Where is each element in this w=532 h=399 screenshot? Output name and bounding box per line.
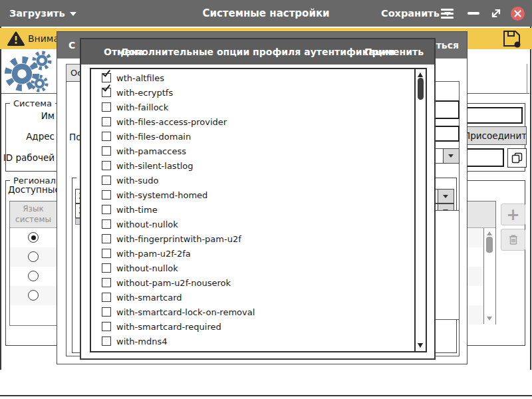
checkbox[interactable] bbox=[102, 293, 111, 302]
option-row[interactable]: with-ecryptfs bbox=[91, 86, 416, 100]
option-label: with-time bbox=[116, 205, 158, 215]
option-label: with-smartcard-lock-on-removal bbox=[116, 307, 255, 317]
scrollbar-thumb[interactable] bbox=[418, 78, 424, 100]
workstation-id-label: ID рабочей bbox=[0, 152, 55, 163]
checkbox[interactable] bbox=[102, 132, 111, 141]
option-label: with-pamaccess bbox=[116, 146, 186, 156]
scroll-down-icon[interactable] bbox=[418, 343, 423, 348]
option-label: with-systemd-homed bbox=[116, 190, 207, 200]
delete-language-button[interactable] bbox=[501, 229, 525, 251]
panel-border bbox=[527, 64, 527, 94]
option-row[interactable]: with-mdns4 bbox=[91, 334, 416, 349]
maximize-icon[interactable] bbox=[489, 7, 503, 20]
auth-header-left-text[interactable]: С bbox=[68, 32, 75, 59]
hamburger-menu-icon[interactable] bbox=[441, 9, 454, 19]
radio-selected-dot bbox=[31, 235, 36, 240]
options-scrollbar[interactable] bbox=[414, 69, 426, 351]
option-row[interactable]: without-nullok bbox=[91, 217, 416, 232]
option-row[interactable]: with-time bbox=[91, 203, 416, 217]
option-label: with-smartcard bbox=[116, 293, 182, 303]
checkbox[interactable] bbox=[102, 102, 111, 112]
option-row[interactable]: with-smartcard-required bbox=[91, 320, 416, 334]
option-label: with-mdns4 bbox=[116, 336, 167, 346]
option-label: wth-altfiles bbox=[116, 73, 164, 83]
option-row[interactable]: with-pam-u2f-2fa bbox=[91, 247, 416, 261]
auth-options-modal: Отмена Дополнительные опции профиля ауте… bbox=[80, 38, 436, 360]
scroll-down-icon[interactable] bbox=[487, 317, 492, 321]
option-row[interactable]: with-sudo bbox=[91, 174, 416, 188]
combo-arrow-button[interactable] bbox=[443, 149, 459, 163]
lang-header-line2: системы bbox=[15, 215, 51, 224]
option-label: with-fingerprintwith-pam-u2f bbox=[116, 234, 241, 244]
trash-icon bbox=[507, 233, 519, 246]
system-legend: Система bbox=[10, 98, 55, 108]
option-label: with-faillock bbox=[116, 102, 168, 112]
save-file-icon[interactable] bbox=[502, 29, 523, 51]
checkbox[interactable] bbox=[102, 234, 111, 243]
checkbox[interactable] bbox=[102, 161, 111, 170]
chevron-down-icon bbox=[443, 195, 448, 198]
radio-button[interactable] bbox=[28, 251, 39, 262]
option-label: with-sudo bbox=[116, 176, 159, 186]
copy-button[interactable] bbox=[507, 148, 527, 168]
option-row[interactable]: wth-altfiles bbox=[91, 71, 416, 86]
option-row[interactable]: with-systemd-homed bbox=[91, 188, 416, 203]
option-row[interactable]: with-faillock bbox=[91, 100, 416, 115]
checkbox[interactable] bbox=[102, 336, 111, 346]
option-row[interactable]: with-smartcard bbox=[91, 291, 416, 305]
app-logo-gears-icon bbox=[3, 51, 56, 92]
checkbox[interactable] bbox=[102, 176, 111, 185]
option-label: without-nullok bbox=[116, 219, 178, 229]
checkbox[interactable] bbox=[102, 322, 111, 331]
close-icon[interactable] bbox=[511, 7, 525, 21]
scrollbar-thumb[interactable] bbox=[486, 237, 493, 253]
save-menu-label: Сохранить bbox=[381, 8, 440, 19]
option-row[interactable]: with-smartcard-lock-on-removal bbox=[91, 305, 416, 320]
modal-header: Отмена Дополнительные опции профиля ауте… bbox=[81, 39, 434, 65]
chevron-down-icon bbox=[448, 154, 454, 158]
warning-icon bbox=[7, 31, 25, 49]
option-row[interactable]: with-silent-lastlog bbox=[91, 159, 416, 174]
options-list: wth-altfiles with-ecryptfs with-faillock bbox=[90, 68, 427, 352]
window-border-bottom bbox=[0, 395, 532, 396]
minimize-icon[interactable] bbox=[467, 12, 479, 15]
scroll-up-icon[interactable] bbox=[487, 231, 492, 235]
checkbox[interactable] bbox=[102, 219, 111, 229]
option-row[interactable]: with-pamaccess bbox=[91, 144, 416, 159]
option-label: with-pam-u2f-2fa bbox=[116, 249, 191, 259]
lang-header-line1: Язык bbox=[23, 204, 43, 213]
checkbox[interactable] bbox=[102, 190, 111, 200]
combo-arrow-button[interactable] bbox=[438, 190, 454, 203]
radio-button[interactable] bbox=[28, 232, 39, 243]
option-label: with-silent-lastlog bbox=[116, 161, 194, 171]
secondary-table-scrollbar[interactable] bbox=[483, 228, 495, 324]
option-row[interactable]: without-nullok bbox=[91, 261, 416, 276]
option-label: with-files-access-provider bbox=[116, 117, 227, 127]
option-row[interactable]: with-files-access-provider bbox=[91, 115, 416, 130]
apply-button[interactable]: Применить bbox=[364, 39, 424, 65]
option-label: without-pam-u2f-nouserok bbox=[116, 278, 231, 288]
checkbox[interactable] bbox=[102, 263, 111, 273]
option-label: with-smartcard-required bbox=[116, 322, 221, 332]
option-row[interactable]: with-fingerprintwith-pam-u2f bbox=[91, 232, 416, 247]
scroll-up-icon[interactable] bbox=[418, 72, 423, 77]
checkbox[interactable] bbox=[102, 249, 111, 258]
checkbox[interactable] bbox=[102, 278, 111, 287]
add-language-button[interactable]: + bbox=[501, 203, 525, 225]
checkbox[interactable] bbox=[102, 205, 111, 214]
top-bar: Загрузить Системные настройки Сохранить bbox=[0, 0, 532, 27]
option-row[interactable]: without-pam-u2f-nouserok bbox=[91, 276, 416, 291]
window-border-right bbox=[530, 0, 531, 370]
option-row[interactable]: with-files-domain bbox=[91, 130, 416, 144]
address-label: Адрес bbox=[0, 131, 55, 142]
checkbox[interactable] bbox=[102, 146, 111, 156]
option-label: with-ecryptfs bbox=[116, 88, 173, 98]
window-border-left bbox=[0, 0, 1, 370]
radio-button[interactable] bbox=[28, 271, 39, 281]
radio-button[interactable] bbox=[28, 290, 39, 301]
option-label: with-files-domain bbox=[116, 132, 191, 142]
checkbox[interactable] bbox=[102, 117, 111, 126]
options-rows: wth-altfiles with-ecryptfs with-faillock bbox=[91, 71, 416, 349]
computer-name-label: Им bbox=[0, 110, 55, 121]
checkbox[interactable] bbox=[102, 307, 111, 317]
